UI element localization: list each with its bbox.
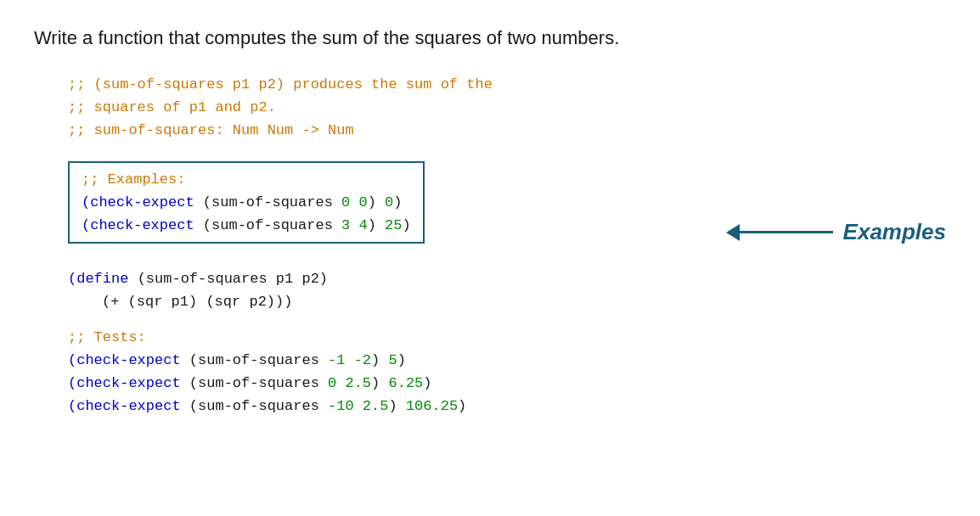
define-body: (+ (sqr p1) (sqr p2)))	[102, 294, 292, 310]
num2a: 3 4	[341, 217, 368, 233]
comment-line-3: ;; sum-of-squares: Num Num -> Num	[68, 119, 946, 142]
check-expect-1: (check-expect (sum-of-squares 0 0) 0)	[82, 191, 411, 214]
check-expect-keyword-1: (check-expect	[82, 194, 194, 210]
arrow-head-icon	[726, 224, 740, 241]
test-3: (check-expect (sum-of-squares -10 2.5) 1…	[68, 395, 946, 418]
comment-block: ;; (sum-of-squares p1 p2) produces the s…	[34, 73, 946, 143]
comment-line-2: ;; squares of p1 and p2.	[68, 96, 946, 119]
arrow-shaft	[740, 231, 833, 233]
check-expect-fn-1: (sum-of-squares	[203, 194, 341, 210]
define-line-2: (+ (sqr p1) (sqr p2)))	[68, 290, 946, 313]
examples-annotation: Examples	[726, 219, 946, 245]
examples-label: Examples	[843, 219, 946, 245]
instruction-text: Write a function that computes the sum o…	[34, 27, 946, 49]
define-keyword: (define	[68, 271, 128, 287]
define-block: (define (sum-of-squares p1 p2) (+ (sqr p…	[34, 267, 946, 313]
num1b: 0	[385, 194, 393, 210]
comment-line-1: ;; (sum-of-squares p1 p2) produces the s…	[68, 73, 946, 96]
tests-block: ;; Tests: (check-expect (sum-of-squares …	[34, 326, 946, 418]
define-rest-1: (sum-of-squares p1 p2)	[138, 271, 328, 287]
num1a: 0 0	[341, 194, 368, 210]
page-container: Write a function that computes the sum o…	[0, 0, 980, 445]
arrow	[726, 224, 833, 241]
num2b: 25	[385, 217, 402, 233]
code-section: ;; (sum-of-squares p1 p2) produces the s…	[34, 73, 946, 418]
check-expect-keyword-2: (check-expect	[82, 217, 194, 233]
examples-box: ;; Examples: (check-expect (sum-of-squar…	[68, 161, 425, 244]
examples-box-wrapper: ;; Examples: (check-expect (sum-of-squar…	[68, 158, 425, 256]
test-1: (check-expect (sum-of-squares -1 -2) 5)	[68, 349, 946, 372]
define-line-1: (define (sum-of-squares p1 p2)	[68, 267, 946, 290]
check-expect-fn-2: (sum-of-squares	[203, 217, 341, 233]
test-2: (check-expect (sum-of-squares 0 2.5) 6.2…	[68, 372, 946, 395]
check-expect-2: (check-expect (sum-of-squares 3 4) 25)	[82, 214, 411, 237]
tests-comment: ;; Tests:	[68, 326, 946, 349]
examples-comment: ;; Examples:	[82, 168, 411, 191]
